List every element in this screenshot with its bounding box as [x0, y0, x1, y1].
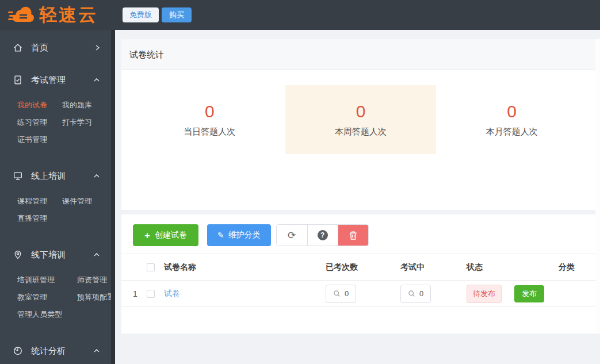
sidebar-item-statistics[interactable]: 统计分析: [0, 339, 111, 362]
header-in-exam: 考试中: [400, 254, 467, 281]
menu-label-statistics: 统计分析: [31, 346, 66, 357]
stat-monthly-answers: 0 本月答题人次: [436, 85, 587, 154]
chevron-up-icon: [93, 173, 101, 179]
header-index: [121, 254, 147, 281]
search-icon: [408, 290, 415, 297]
paper-name-link[interactable]: 试卷: [164, 289, 180, 298]
sidebar-divider: [111, 30, 115, 364]
stat-value: 0: [205, 102, 215, 121]
publish-button[interactable]: 发布: [514, 285, 544, 302]
header-taken-count: 已考次数: [326, 254, 400, 281]
scrollbar-track[interactable]: [595, 39, 600, 334]
stat-label: 本月答题人次: [486, 127, 538, 137]
menu-label-offline: 线下培训: [31, 250, 66, 260]
row-taken-count: 0: [326, 281, 400, 307]
sidebar-subitem-classrooms[interactable]: 教室管理: [17, 289, 62, 306]
delete-button[interactable]: [338, 225, 368, 246]
header-category: 分类: [559, 254, 600, 281]
sidebar-subitem-practice[interactable]: 练习管理: [17, 114, 47, 131]
chevron-up-icon: [93, 76, 101, 83]
submenu-exam: 我的试卷 我的题库 练习管理 打卡学习 证书管理: [0, 91, 111, 155]
table-row: 1 试卷 0: [121, 281, 600, 307]
submenu-online: 课程管理 课件管理 直播管理: [0, 187, 111, 234]
maintain-category-label: 维护分类: [228, 230, 261, 240]
sidebar-item-exam-management[interactable]: 考试管理: [0, 68, 111, 91]
edit-icon: ✎: [217, 231, 224, 240]
submenu-offline: 培训班管理 师资管理 教室管理 预算项配置 管理人员类型: [0, 266, 111, 330]
menu-label-online: 线上培训: [31, 171, 66, 182]
help-icon: ?: [318, 230, 328, 240]
search-icon: [333, 290, 341, 297]
papers-card: + 创建试卷 ✎ 维护分类 ⟳ ?: [121, 214, 600, 334]
menu-label-home: 首页: [31, 43, 48, 53]
app-window: 轻速云 免费版 购买 首页 考试管理 我的试卷 我的题库: [0, 0, 600, 364]
stat-label: 本周答题人次: [335, 127, 387, 137]
topbar: 轻速云 免费版 购买: [0, 0, 600, 30]
brand-name: 轻速云: [39, 6, 98, 24]
stat-value: 0: [507, 102, 517, 121]
row-paper-name: 试卷: [164, 281, 326, 307]
cloud-logo-icon: [8, 5, 36, 24]
header-paper-name: 试卷名称: [164, 254, 326, 281]
sidebar-subitem-courseware[interactable]: 课件管理: [62, 193, 92, 210]
refresh-button[interactable]: ⟳: [277, 225, 307, 246]
page-title: 试卷统计: [121, 39, 600, 70]
taken-count-value: 0: [345, 289, 349, 298]
sidebar-subitem-courses[interactable]: 课程管理: [17, 193, 47, 210]
trash-icon: [349, 231, 358, 240]
create-paper-button[interactable]: + 创建试卷: [133, 224, 198, 246]
chevron-up-icon: [93, 251, 101, 258]
buy-button[interactable]: 购买: [162, 7, 192, 22]
in-exam-count-value: 0: [419, 289, 423, 298]
maintain-category-button[interactable]: ✎ 维护分类: [207, 224, 271, 246]
create-paper-label: 创建试卷: [155, 230, 187, 240]
sidebar-subitem-certificates[interactable]: 证书管理: [17, 131, 47, 148]
status-badge: 待发布: [467, 285, 502, 303]
sidebar-item-offline-training[interactable]: 线下培训: [0, 243, 111, 266]
free-version-badge[interactable]: 免费版: [123, 7, 159, 22]
sidebar-item-online-training[interactable]: 线上培训: [0, 164, 111, 187]
plus-icon: +: [144, 231, 150, 240]
brand-logo[interactable]: 轻速云: [8, 5, 98, 24]
taken-count-button[interactable]: 0: [326, 285, 356, 303]
help-button[interactable]: ?: [307, 225, 338, 246]
row-in-exam-count: 0: [400, 281, 467, 307]
sidebar: 首页 考试管理 我的试卷 我的题库 练习管理 打卡学习 证书管理 线: [0, 30, 111, 364]
sidebar-subitem-my-papers[interactable]: 我的试卷: [17, 97, 47, 114]
exam-doc-icon: [13, 75, 23, 85]
stat-label: 当日答题人次: [184, 127, 235, 137]
header-select-all: [147, 254, 164, 281]
papers-toolbar: + 创建试卷 ✎ 维护分类 ⟳ ?: [121, 224, 600, 246]
utility-button-group: ⟳ ?: [276, 224, 369, 246]
chevron-up-icon: [93, 347, 101, 354]
sidebar-subitem-live[interactable]: 直播管理: [17, 210, 47, 227]
sidebar-subitem-teachers[interactable]: 师资管理: [77, 271, 111, 289]
stat-daily-answers: 0 当日答题人次: [134, 85, 285, 154]
header-status: 状态: [467, 254, 559, 281]
stat-value: 0: [356, 102, 366, 121]
row-checkbox[interactable]: [147, 290, 155, 298]
stat-weekly-answers: 0 本周答题人次: [285, 85, 437, 154]
monitor-icon: [13, 171, 23, 181]
refresh-icon: ⟳: [288, 229, 296, 242]
sidebar-subitem-budget-config[interactable]: 预算项配置: [77, 289, 111, 306]
papers-table: 试卷名称 已考次数 考试中 状态 分类 1 试卷: [121, 254, 600, 307]
row-select: [147, 281, 164, 307]
in-exam-count-button[interactable]: 0: [400, 285, 431, 303]
main-content: 试卷统计 0 当日答题人次 0 本周答题人次 0 本月答题人次 + 创建试卷: [115, 30, 600, 364]
pie-chart-icon: [13, 346, 23, 356]
menu-label-exam: 考试管理: [31, 75, 66, 86]
sidebar-item-home[interactable]: 首页: [0, 36, 111, 59]
sidebar-subitem-training-class[interactable]: 培训班管理: [17, 271, 62, 289]
table-header-row: 试卷名称 已考次数 考试中 状态 分类: [121, 254, 600, 281]
chevron-right-icon: [94, 44, 101, 52]
row-category: [559, 281, 600, 307]
location-pin-icon: [13, 250, 23, 260]
sidebar-subitem-checkin-study[interactable]: 打卡学习: [62, 114, 92, 131]
home-icon: [13, 43, 23, 53]
sidebar-subitem-admin-types[interactable]: 管理人员类型: [17, 306, 62, 323]
row-status: 待发布 发布: [467, 281, 559, 307]
select-all-checkbox[interactable]: [147, 263, 155, 271]
sidebar-subitem-question-bank[interactable]: 我的题库: [62, 97, 92, 114]
stats-card: 0 当日答题人次 0 本周答题人次 0 本月答题人次: [121, 70, 600, 210]
